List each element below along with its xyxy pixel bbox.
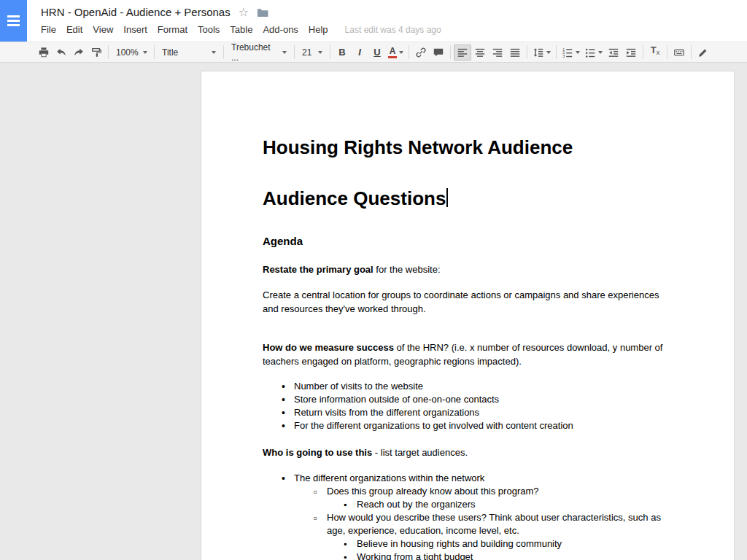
chevron-down-icon <box>546 51 551 54</box>
toolbar-separator <box>450 45 451 59</box>
list-item[interactable]: For the different organizations to get i… <box>263 419 673 432</box>
italic-button[interactable]: I <box>351 44 368 61</box>
who-rest: - list target audiences. <box>372 447 468 458</box>
insert-comment-button[interactable] <box>430 44 447 61</box>
menu-file[interactable]: File <box>36 22 61 37</box>
menu-table[interactable]: Table <box>225 22 258 37</box>
print-icon <box>38 47 50 58</box>
undo-button[interactable] <box>53 44 70 61</box>
font-size-select[interactable]: 21 <box>298 44 327 61</box>
bulleted-list-button[interactable] <box>582 44 605 61</box>
star-icon[interactable]: ☆ <box>239 7 249 18</box>
goal-lead: Restate the primary goal <box>263 264 374 275</box>
align-left-button[interactable] <box>454 44 471 61</box>
goal-rest: for the website: <box>374 264 441 275</box>
undo-icon <box>55 47 67 58</box>
top-bar: HRN - OpenAid - Audience + Personas ☆ Fi… <box>0 0 747 42</box>
measure-bullet-list: Number of visits to the website Store in… <box>263 380 673 432</box>
align-left-icon <box>457 47 468 58</box>
numbered-list-icon <box>562 47 573 58</box>
docs-home-button[interactable] <box>0 0 27 42</box>
pencil-icon <box>697 47 709 58</box>
menu-help[interactable]: Help <box>303 22 333 37</box>
redo-button[interactable] <box>70 44 88 61</box>
underline-button[interactable]: U <box>368 44 386 61</box>
who-bullet-list: The different organizations within the n… <box>263 472 673 560</box>
toolbar-separator <box>108 45 109 59</box>
menu-tools[interactable]: Tools <box>193 22 225 37</box>
menu-insert[interactable]: Insert <box>118 22 152 37</box>
who-lead: Who is going to use this <box>263 447 372 458</box>
doc-subtitle-text[interactable]: Audience Questions <box>263 187 673 210</box>
bold-button[interactable]: B <box>333 44 351 61</box>
numbered-list-button[interactable] <box>560 44 582 61</box>
text-cursor <box>446 188 448 207</box>
menu-edit[interactable]: Edit <box>61 22 88 37</box>
document-name[interactable]: HRN - OpenAid - Audience + Personas <box>41 6 231 18</box>
chevron-down-icon <box>282 51 287 54</box>
list-item[interactable]: The different organizations within the n… <box>263 472 673 485</box>
text-color-button[interactable]: A <box>386 44 406 61</box>
font-value: Trebuchet ... <box>231 42 278 63</box>
decrease-indent-icon <box>608 47 619 58</box>
insert-link-button[interactable] <box>412 44 430 61</box>
list-item[interactable]: Return visits from the different organiz… <box>263 406 673 419</box>
list-item[interactable]: Number of visits to the website <box>263 380 673 393</box>
edit-mode-button[interactable] <box>694 44 712 61</box>
paragraph-style-value: Title <box>162 47 178 58</box>
toolbar-separator <box>294 45 295 59</box>
menu-addons[interactable]: Add-ons <box>258 22 303 37</box>
list-item[interactable]: How would you describe these users? Thin… <box>263 511 673 537</box>
doc-paragraph-measure[interactable]: How do we measure success of the HRN? (i… <box>263 341 673 368</box>
docs-logo-icon <box>7 20 20 22</box>
clear-formatting-button[interactable]: T x <box>646 44 664 61</box>
folder-icon[interactable] <box>257 7 268 18</box>
doc-agenda-heading[interactable]: Agenda <box>263 234 673 248</box>
doc-paragraph-goal-text[interactable]: Create a central location for groups to … <box>263 288 673 316</box>
increase-indent-icon <box>625 47 637 58</box>
zoom-value: 100% <box>116 47 139 58</box>
menu-bar: File Edit View Insert Format Tools Table… <box>36 22 441 37</box>
font-select[interactable]: Trebuchet ... <box>227 44 291 61</box>
input-tools-button[interactable] <box>670 44 688 61</box>
list-item[interactable]: Does this group already know about this … <box>263 485 673 498</box>
list-item[interactable]: Believe in housing rights and building c… <box>263 537 673 551</box>
paint-format-icon <box>90 47 102 58</box>
comment-icon <box>433 47 444 58</box>
print-button[interactable] <box>35 44 53 61</box>
increase-indent-button[interactable] <box>622 44 640 61</box>
paint-format-button[interactable] <box>88 44 105 61</box>
clear-formatting-icon: T <box>651 44 657 55</box>
menu-view[interactable]: View <box>88 22 118 37</box>
keyboard-icon <box>673 47 685 58</box>
align-right-button[interactable] <box>489 44 506 61</box>
docs-logo-icon <box>7 15 20 18</box>
text-color-icon: A <box>388 47 397 58</box>
decrease-indent-button[interactable] <box>605 44 622 61</box>
toolbar-separator <box>409 45 409 59</box>
title-row: HRN - OpenAid - Audience + Personas ☆ <box>41 6 268 18</box>
list-item[interactable]: Working from a tight budget <box>263 551 673 560</box>
menu-format[interactable]: Format <box>152 22 193 37</box>
doc-paragraph-goal[interactable]: Restate the primary goal for the website… <box>263 262 673 276</box>
chevron-down-icon <box>143 51 147 54</box>
zoom-select[interactable]: 100% <box>112 44 151 61</box>
chevron-down-icon <box>399 51 403 54</box>
line-spacing-icon <box>533 47 544 58</box>
list-item[interactable]: Store information outside of one-on-one … <box>263 393 673 406</box>
paragraph-style-select[interactable]: Title <box>158 44 220 61</box>
doc-title-text[interactable]: Housing Rights Network Audience <box>263 136 673 159</box>
align-justify-button[interactable] <box>506 44 524 61</box>
align-center-icon <box>474 47 486 58</box>
document-page[interactable]: Housing Rights Network Audience Audience… <box>201 71 735 560</box>
last-edit-link[interactable]: Last edit was 4 days ago <box>345 25 441 35</box>
toolbar-separator <box>223 45 224 59</box>
doc-paragraph-who[interactable]: Who is going to use this - list target a… <box>263 446 673 459</box>
italic-icon: I <box>358 47 361 58</box>
font-size-value: 21 <box>302 47 311 58</box>
toolbar-separator <box>527 45 527 59</box>
list-item[interactable]: Reach out by the organizers <box>263 498 673 511</box>
align-justify-icon <box>509 47 521 58</box>
align-center-button[interactable] <box>471 44 489 61</box>
line-spacing-button[interactable] <box>530 44 553 61</box>
